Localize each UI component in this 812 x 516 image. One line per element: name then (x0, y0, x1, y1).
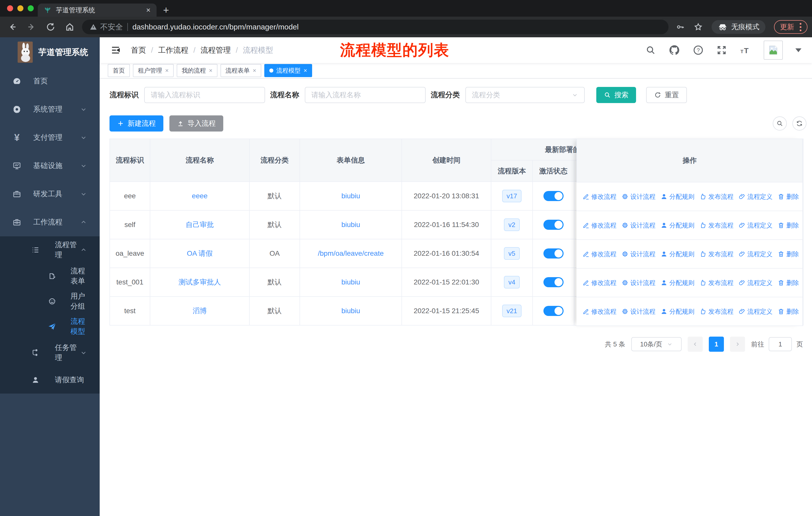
publish-process-link[interactable]: 发布流程 (699, 221, 733, 229)
sidebar-item-payment[interactable]: ¥ 支付管理 (0, 124, 100, 152)
show-search-button[interactable] (773, 116, 787, 131)
process-name-input[interactable]: 请输入流程名称 (305, 87, 426, 103)
cell-form-link[interactable]: biubiu (300, 268, 402, 297)
import-process-button[interactable]: 导入流程 (169, 115, 223, 132)
delete-link[interactable]: 删除 (778, 192, 799, 201)
refresh-table-button[interactable] (792, 116, 807, 131)
user-avatar[interactable] (764, 40, 783, 60)
cell-form-link[interactable]: biubiu (300, 210, 402, 239)
tag-process-form[interactable]: 流程表单× (221, 64, 261, 77)
delete-link[interactable]: 删除 (778, 307, 799, 316)
home-icon[interactable] (65, 22, 75, 32)
current-page-button[interactable]: 1 (709, 336, 724, 352)
category-select[interactable]: 流程分类 (465, 87, 585, 103)
page-size-select[interactable]: 10条/页 (631, 337, 682, 351)
font-size-icon[interactable]: TT (740, 45, 751, 55)
breadcrumb-item[interactable]: 流程管理 (201, 45, 231, 55)
new-tab-button[interactable]: + (163, 5, 169, 15)
design-process-link[interactable]: 设计流程 (621, 192, 656, 201)
next-page-button[interactable] (730, 336, 745, 352)
sidebar-item-leave-query[interactable]: 请假查询 (0, 366, 100, 393)
sidebar-item-process-model[interactable]: 流程模型 (0, 314, 100, 339)
delete-link[interactable]: 删除 (778, 221, 799, 229)
design-process-link[interactable]: 设计流程 (621, 279, 656, 287)
breadcrumb-item[interactable]: 首页 (131, 45, 146, 55)
caret-down-icon[interactable] (795, 48, 802, 52)
back-icon[interactable] (7, 22, 17, 32)
tag-home[interactable]: 首页 (108, 64, 130, 77)
process-definition-link[interactable]: 流程定义 (738, 307, 773, 316)
zoom-window-button[interactable] (28, 5, 34, 11)
bookmark-star-icon[interactable] (693, 22, 703, 32)
sidebar-item-task-mgmt[interactable]: 任务管理 (0, 339, 100, 366)
url-bar[interactable]: 不安全 dashboard.yudao.iocoder.cn/bpm/manag… (82, 20, 669, 34)
security-warning[interactable]: 不安全 (90, 22, 123, 32)
modify-process-link[interactable]: 修改流程 (582, 279, 616, 287)
sidebar-item-user-group[interactable]: 用户分组 (0, 289, 100, 314)
sidebar-item-home[interactable]: 首页 (0, 67, 100, 95)
reload-icon[interactable] (46, 22, 55, 32)
tag-tenant[interactable]: 租户管理× (133, 64, 174, 77)
window-controls[interactable] (7, 5, 34, 11)
assign-rule-link[interactable]: 分配规则 (661, 221, 694, 229)
modify-process-link[interactable]: 修改流程 (582, 192, 616, 201)
modify-process-link[interactable]: 修改流程 (582, 250, 616, 258)
cell-form-link[interactable]: biubiu (300, 297, 402, 325)
process-definition-link[interactable]: 流程定义 (738, 192, 773, 201)
create-process-button[interactable]: 新建流程 (110, 115, 163, 132)
cell-form-link[interactable]: /bpm/oa/leave/create (300, 239, 402, 268)
active-toggle[interactable] (544, 191, 563, 201)
close-window-button[interactable] (7, 5, 13, 11)
tab-close-icon[interactable]: × (146, 6, 150, 15)
design-process-link[interactable]: 设计流程 (621, 250, 656, 258)
process-definition-link[interactable]: 流程定义 (738, 221, 773, 229)
tag-process-model[interactable]: 流程模型× (264, 64, 312, 77)
forward-icon[interactable] (27, 22, 36, 32)
fullscreen-icon[interactable] (716, 45, 727, 55)
sidebar-item-workflow[interactable]: 工作流程 (0, 208, 100, 236)
publish-process-link[interactable]: 发布流程 (699, 192, 733, 201)
goto-page-input[interactable]: 1 (769, 337, 792, 351)
sidebar-item-process-mgmt[interactable]: 流程管理 (0, 236, 100, 264)
cell-form-link[interactable]: biubiu (300, 182, 402, 210)
active-toggle[interactable] (544, 248, 563, 259)
key-icon[interactable] (676, 22, 685, 31)
publish-process-link[interactable]: 发布流程 (699, 250, 733, 258)
design-process-link[interactable]: 设计流程 (621, 307, 656, 316)
url-text[interactable]: dashboard.yudao.iocoder.cn/bpm/manager/m… (133, 23, 298, 31)
active-toggle[interactable] (544, 277, 563, 287)
assign-rule-link[interactable]: 分配规则 (661, 250, 694, 258)
update-button[interactable]: 更新 (774, 20, 808, 34)
sidebar-item-infra[interactable]: 基础设施 (0, 152, 100, 180)
github-icon[interactable] (669, 44, 680, 56)
publish-process-link[interactable]: 发布流程 (699, 279, 733, 287)
sidebar-item-system[interactable]: 系统管理 (0, 95, 100, 124)
delete-link[interactable]: 删除 (778, 279, 799, 287)
cell-process-name-link[interactable]: eeee (150, 182, 250, 210)
assign-rule-link[interactable]: 分配规则 (661, 279, 694, 287)
tag-close-icon[interactable]: × (253, 67, 256, 74)
modify-process-link[interactable]: 修改流程 (582, 307, 616, 316)
process-id-input[interactable]: 请输入流程标识 (144, 87, 265, 103)
design-process-link[interactable]: 设计流程 (621, 221, 656, 229)
process-definition-link[interactable]: 流程定义 (738, 279, 773, 287)
tag-close-icon[interactable]: × (303, 67, 307, 74)
help-icon[interactable]: ? (693, 45, 704, 56)
sidebar-item-devtools[interactable]: 研发工具 (0, 180, 100, 208)
publish-process-link[interactable]: 发布流程 (699, 307, 733, 316)
reset-button[interactable]: 重置 (646, 87, 687, 103)
process-definition-link[interactable]: 流程定义 (738, 250, 773, 258)
breadcrumb-item[interactable]: 工作流程 (158, 45, 188, 55)
browser-menu-icon[interactable] (800, 23, 802, 31)
tag-close-icon[interactable]: × (209, 67, 212, 74)
tag-my-process[interactable]: 我的流程× (177, 64, 218, 77)
modify-process-link[interactable]: 修改流程 (582, 221, 616, 229)
cell-process-name-link[interactable]: 测试多审批人 (150, 268, 250, 297)
cell-process-name-link[interactable]: 滔博 (150, 297, 250, 325)
active-toggle[interactable] (544, 306, 563, 316)
tag-close-icon[interactable]: × (165, 67, 169, 74)
active-toggle[interactable] (544, 220, 563, 230)
browser-tab[interactable]: 芋道管理系统 × (38, 3, 156, 17)
cell-process-name-link[interactable]: OA 请假 (150, 239, 250, 268)
sidebar-item-process-form[interactable]: 流程表单 (0, 264, 100, 289)
